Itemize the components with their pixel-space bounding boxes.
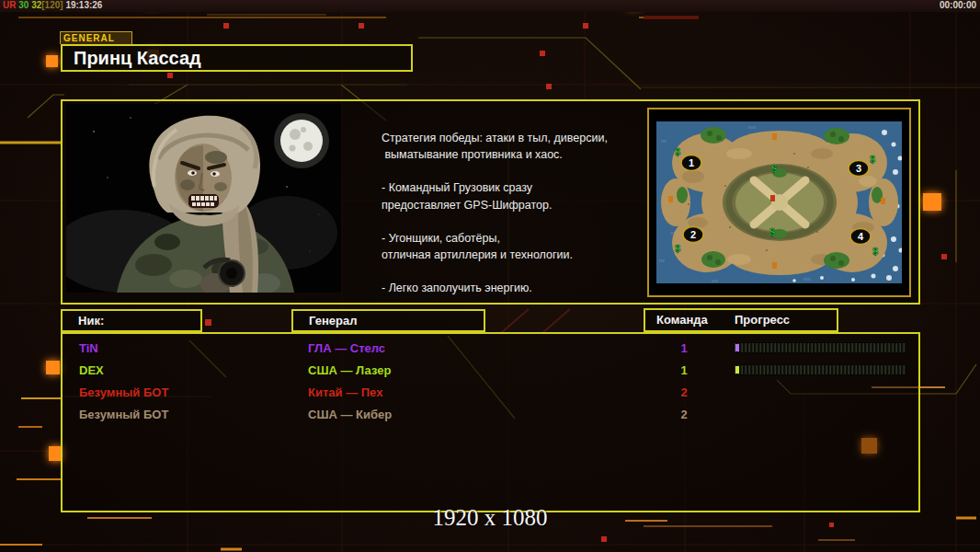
player-nick: TiN — [79, 341, 98, 355]
start-position-1: 1 — [681, 155, 701, 171]
player-team: 1 — [673, 341, 695, 355]
svg-text:2: 2 — [690, 229, 696, 240]
svg-text:$: $ — [675, 146, 680, 157]
debug-bracket: [120] — [41, 0, 63, 10]
general-name-title: Принц Кассад — [61, 44, 413, 72]
player-row-4: Безумный БОТ США — Кибер 2 — [63, 404, 918, 426]
player-row-3: Безумный БОТ Китай — Пех 2 — [63, 382, 918, 404]
general-tab-label: GENERAL — [60, 31, 132, 44]
player-row-2: DEX США — Лазер 1 — [63, 360, 918, 382]
general-header-label: Генерал — [293, 314, 357, 328]
load-progress-bar — [734, 364, 907, 375]
debug-readout: UR 30 32[120] 19:13:26 — [3, 0, 102, 11]
portrait-image — [66, 104, 341, 293]
match-timer: 00:00:00 — [940, 0, 976, 11]
start-position-4: 4 — [850, 229, 871, 245]
player-general: США — Кибер — [308, 408, 392, 421]
svg-text:4: 4 — [858, 231, 864, 242]
progress-fill — [735, 366, 739, 374]
player-row-1: TiN ГЛА — Стелс 1 — [63, 338, 918, 360]
player-team: 2 — [673, 385, 695, 399]
resolution-label: 1920 x 1080 — [0, 505, 980, 531]
debug-ur: UR — [3, 0, 16, 10]
svg-text:$: $ — [769, 226, 775, 237]
svg-text:$: $ — [870, 154, 875, 165]
player-nick: Безумный БОТ — [79, 385, 168, 399]
player-general: Китай — Пех — [308, 385, 382, 399]
top-debug-bar: UR 30 32[120] 19:13:26 00:00:00 — [0, 0, 980, 12]
map-preview-image: $ $ $ $ $ $ 1 — [656, 121, 902, 283]
column-header-nick: Ник: — [61, 309, 202, 332]
svg-text:$: $ — [771, 163, 777, 174]
team-header-label: Команда — [656, 310, 708, 330]
briefing-panel: Стратегия победы: атаки в тыл, диверсии,… — [61, 99, 920, 305]
debug-fps: 30 — [18, 0, 28, 10]
debug-clock: 19:13:26 — [65, 0, 102, 10]
player-nick: Безумный БОТ — [79, 408, 168, 421]
player-general: ГЛА — Стелс — [308, 341, 385, 355]
debug-n: 32 — [31, 0, 41, 10]
strategy-briefing-text: Стратегия победы: атаки в тыл, диверсии,… — [382, 130, 657, 296]
progress-fill — [735, 344, 739, 351]
map-preview-box: $ $ $ $ $ $ 1 — [647, 108, 911, 297]
start-position-3: 3 — [849, 161, 869, 177]
column-header-team-progress: Команда Прогресс — [644, 308, 838, 332]
player-nick: DEX — [79, 363, 104, 377]
nick-header-label: Ник: — [63, 314, 104, 328]
player-general: США — Лазер — [308, 363, 391, 377]
svg-text:$: $ — [872, 246, 878, 257]
load-progress-bar — [734, 342, 907, 353]
svg-text:1: 1 — [689, 157, 694, 168]
svg-text:$: $ — [675, 243, 680, 254]
start-position-2: 2 — [683, 227, 703, 243]
column-header-general: Генерал — [291, 309, 485, 332]
player-team: 1 — [673, 363, 695, 377]
general-portrait — [66, 104, 341, 293]
player-team: 2 — [673, 408, 695, 421]
svg-text:3: 3 — [856, 163, 861, 174]
progress-header-label: Прогресс — [735, 310, 790, 330]
player-table: TiN ГЛА — Стелс 1 DEX США — Лазер 1 Безу… — [61, 332, 920, 512]
